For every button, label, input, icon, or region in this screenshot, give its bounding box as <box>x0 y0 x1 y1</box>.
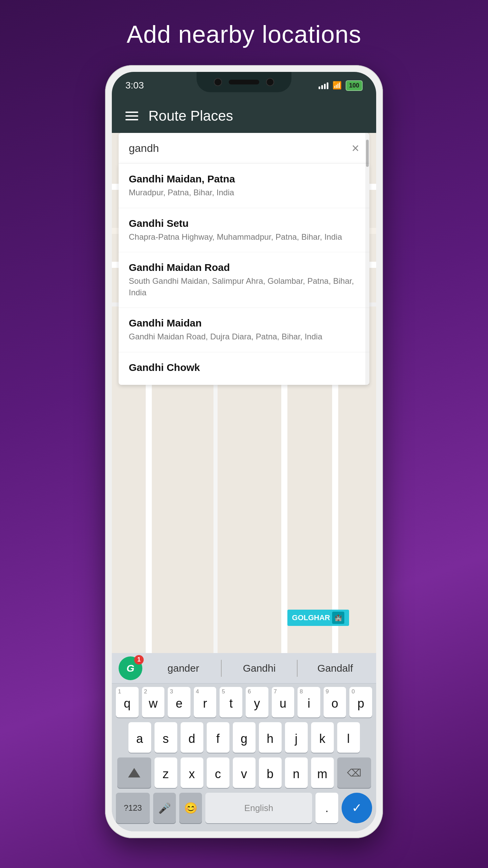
key-number: 6 <box>248 688 251 695</box>
emoji-icon: 😊 <box>184 802 198 814</box>
dropdown-item-title: Gandhi Setu <box>129 218 359 229</box>
key-number: 8 <box>300 688 303 695</box>
suggestion-word-1[interactable]: gander <box>149 663 218 674</box>
dropdown-item-subtitle: South Gandhi Maidan, Salimpur Ahra, Gola… <box>129 275 359 298</box>
search-input[interactable]: gandh <box>129 142 352 155</box>
key-v[interactable]: v <box>233 757 256 788</box>
backspace-key[interactable]: ⌫ <box>337 757 371 788</box>
key-label: b <box>267 768 273 780</box>
key-number: 5 <box>222 688 225 695</box>
shift-key[interactable] <box>117 757 151 788</box>
mic-key[interactable]: 🎤 <box>153 793 176 823</box>
key-label: n <box>293 768 300 780</box>
dropdown-item[interactable]: Gandhi Chowk <box>119 352 369 385</box>
signal-icon <box>319 82 328 89</box>
key-l[interactable]: l <box>337 722 360 753</box>
golghar-icon: 🏰 <box>332 612 344 624</box>
key-w[interactable]: 2 w <box>142 687 165 717</box>
grammarly-badge[interactable]: G 1 <box>119 656 142 680</box>
key-y[interactable]: 6 y <box>246 687 268 717</box>
key-label: s <box>163 733 169 745</box>
key-number: 1 <box>118 688 121 695</box>
key-h[interactable]: h <box>259 722 282 753</box>
key-label: u <box>280 697 286 710</box>
key-label: y <box>254 697 260 710</box>
key-label: m <box>317 768 327 780</box>
key-x[interactable]: x <box>181 757 203 788</box>
key-label: d <box>188 733 195 745</box>
key-label: p <box>358 697 364 710</box>
dropdown-item[interactable]: Gandhi Maidan Road South Gandhi Maidan, … <box>119 252 369 308</box>
key-label: k <box>319 733 325 745</box>
map-area: atna COLONY 🏛️ GOLGHAR 🏰 <box>112 133 376 653</box>
key-f[interactable]: f <box>207 722 229 753</box>
key-label: o <box>331 697 338 710</box>
key-e[interactable]: 3 e <box>168 687 190 717</box>
key-t[interactable]: 5 t <box>220 687 242 717</box>
search-clear-button[interactable]: × <box>352 141 359 156</box>
key-row-4: ?123 🎤 😊 English . ✓ <box>116 793 372 823</box>
camera-dot-2 <box>266 78 274 86</box>
key-label: i <box>307 697 310 710</box>
key-r[interactable]: 4 r <box>194 687 217 717</box>
key-label: e <box>176 697 183 710</box>
key-number: 7 <box>274 688 277 695</box>
key-c[interactable]: c <box>207 757 229 788</box>
search-container: gandh × Gandhi Maidan, Patna Muradpur, P… <box>119 133 369 385</box>
key-n[interactable]: n <box>285 757 308 788</box>
keyboard-area: G 1 gander Gandhi Gandalf 1 q <box>112 653 376 831</box>
dropdown-item[interactable]: Gandhi Setu Chapra-Patna Highway, Muhamm… <box>119 208 369 253</box>
key-label: v <box>241 768 247 780</box>
emoji-key[interactable]: 😊 <box>179 793 202 823</box>
status-icons: 📶 100 <box>319 80 363 91</box>
dropdown-item[interactable]: Gandhi Maidan, Patna Muradpur, Patna, Bi… <box>119 164 369 208</box>
suggestion-divider <box>221 660 222 677</box>
key-label: q <box>124 697 130 710</box>
spacebar-label: English <box>244 803 273 813</box>
key-i[interactable]: 8 i <box>298 687 320 717</box>
period-key[interactable]: . <box>316 793 338 823</box>
key-label: r <box>203 697 207 710</box>
key-label: w <box>149 697 158 710</box>
dropdown-item-title: Gandhi Maidan Road <box>129 262 359 273</box>
scrollbar-track <box>365 133 369 385</box>
key-s[interactable]: s <box>155 722 177 753</box>
suggestion-bar: G 1 gander Gandhi Gandalf <box>112 653 376 684</box>
key-m[interactable]: m <box>311 757 334 788</box>
key-label: c <box>215 768 221 780</box>
key-label: z <box>163 768 169 780</box>
checkmark-icon: ✓ <box>352 801 362 815</box>
key-label: f <box>216 733 220 745</box>
keyboard-rows: 1 q 2 w 3 e 4 r <box>112 684 376 831</box>
phone-inner: 3:03 📶 100 <box>112 72 376 831</box>
num-switch-key[interactable]: ?123 <box>116 793 150 823</box>
grammarly-count: 1 <box>134 655 144 665</box>
key-p[interactable]: 0 p <box>349 687 372 717</box>
key-row-2: a s d f g h <box>116 722 372 753</box>
key-label: t <box>229 697 233 710</box>
key-row-3: z x c v b n <box>116 757 372 788</box>
key-q[interactable]: 1 q <box>116 687 139 717</box>
key-z[interactable]: z <box>155 757 177 788</box>
scrollbar-thumb[interactable] <box>366 140 369 167</box>
key-u[interactable]: 7 u <box>272 687 294 717</box>
dropdown-item[interactable]: Gandhi Maidan Gandhi Maidan Road, Dujra … <box>119 308 369 352</box>
key-d[interactable]: d <box>181 722 203 753</box>
key-g[interactable]: g <box>233 722 256 753</box>
dropdown-item-subtitle: Chapra-Patna Highway, Muhammadpur, Patna… <box>129 231 359 243</box>
key-a[interactable]: a <box>128 722 151 753</box>
key-b[interactable]: b <box>259 757 282 788</box>
key-j[interactable]: j <box>285 722 308 753</box>
dropdown-item-title: Gandhi Maidan <box>129 317 359 329</box>
send-key[interactable]: ✓ <box>342 793 372 823</box>
suggestion-word-2[interactable]: Gandhi <box>225 663 293 674</box>
hamburger-menu-button[interactable] <box>125 112 138 120</box>
phone-frame: 3:03 📶 100 <box>105 65 383 838</box>
key-number: 4 <box>196 688 199 695</box>
spacebar-key[interactable]: English <box>205 793 312 823</box>
header-title: Route Places <box>148 108 233 124</box>
key-k[interactable]: k <box>311 722 334 753</box>
speaker-bar <box>229 80 259 84</box>
key-o[interactable]: 9 o <box>324 687 346 717</box>
suggestion-word-3[interactable]: Gandalf <box>301 663 369 674</box>
